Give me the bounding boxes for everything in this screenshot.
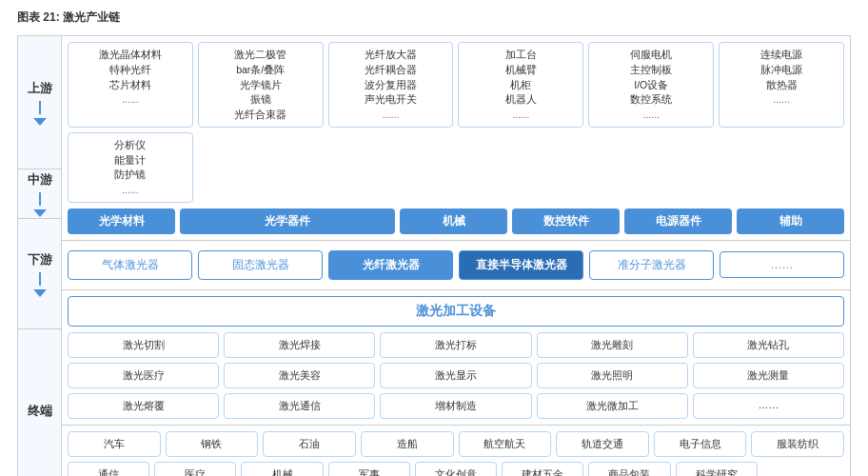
- terminal-aviation: 航空航天: [459, 431, 552, 457]
- chart-title: 图表 21: 激光产业链: [17, 10, 851, 26]
- arrow-down-1: [33, 118, 47, 126]
- downstream-micro: 激光微加工: [537, 393, 688, 419]
- arrow-line-3: [39, 272, 41, 286]
- terminal-culture: 文化创意: [415, 462, 497, 476]
- downstream-header: 激光加工设备: [68, 296, 844, 327]
- arrow-line-2: [39, 192, 41, 206]
- downstream-row-3: 激光熔覆 激光通信 增材制造 激光微加工 ……: [68, 393, 844, 419]
- downstream-additive: 增材制造: [380, 393, 531, 419]
- downstream-drilling: 激光钻孔: [693, 332, 844, 358]
- terminal-row-1: 汽车 钢铁 石油 造船 航空航天 轨道交通 电子信息 服装纺织: [68, 431, 844, 457]
- downstream-lighting: 激光照明: [537, 363, 688, 388]
- upstream-label: 上游: [28, 80, 52, 97]
- downstream-section: 激光加工设备 激光切割 激光焊接 激光打标 激光雕刻 激光钻孔 激光医疗 激光美…: [62, 290, 850, 426]
- arrow-down-2: [33, 209, 47, 217]
- midstream-diode: 直接半导体激光器: [459, 250, 583, 280]
- downstream-marking: 激光打标: [380, 332, 531, 358]
- upstream-box-5: 伺服电机主控制板I/O设备数控系统......: [588, 42, 714, 128]
- terminal-row-2: 通信 医疗 机械 军事 文化创意 建材五金 商品包装 科学研究: [68, 462, 844, 476]
- downstream-row3-dots: ……: [693, 393, 844, 419]
- upstream-top: 激光晶体材料特种光纤芯片材料...... 激光二极管bar条/叠阵光学镜片振镜光…: [68, 42, 844, 203]
- midstream-solid: 固态激光器: [198, 250, 323, 280]
- terminal-section: 汽车 钢铁 石油 造船 航空航天 轨道交通 电子信息 服装纺织 通信 医疗 机械…: [62, 426, 850, 476]
- left-labels: 上游 中游 下游 终端: [18, 36, 62, 476]
- terminal-label-cell: 终端: [18, 329, 61, 476]
- midstream-label-cell: 中游: [18, 169, 61, 219]
- midstream-fiber: 光纤激光器: [328, 250, 453, 280]
- upstream-label-optical-material: 光学材料: [68, 208, 175, 234]
- upstream-box-4: 加工台机械臂机柜机器人......: [458, 42, 583, 128]
- upstream-box-7: 分析仪能量计防护镜......: [68, 132, 193, 203]
- terminal-comm: 通信: [68, 462, 149, 476]
- upstream-section: 激光晶体材料特种光纤芯片材料...... 激光二极管bar条/叠阵光学镜片振镜光…: [62, 36, 850, 241]
- terminal-medical2: 医疗: [154, 462, 236, 476]
- downstream-welding: 激光焊接: [224, 332, 375, 358]
- terminal-auto: 汽车: [68, 431, 161, 457]
- upstream-bottom: 光学材料 光学器件 机械 数控软件 电源器件 辅助: [68, 208, 844, 234]
- downstream-medical: 激光医疗: [68, 363, 219, 388]
- arrow-line-1: [39, 101, 41, 114]
- upstream-box-6: 连续电源脉冲电源散热器......: [719, 42, 844, 128]
- midstream-section: 气体激光器 固态激光器 光纤激光器 直接半导体激光器 准分子激光器 ……: [62, 241, 850, 290]
- upstream-label-cell: 上游: [18, 36, 61, 169]
- terminal-electronics: 电子信息: [654, 431, 747, 457]
- downstream-row-1: 激光切割 激光焊接 激光打标 激光雕刻 激光钻孔: [68, 332, 844, 358]
- midstream-label: 中游: [28, 171, 52, 188]
- terminal-military: 军事: [328, 462, 410, 476]
- upstream-box-3: 光纤放大器光纤耦合器波分复用器声光电开关......: [328, 42, 454, 128]
- upstream-label-power: 电源器件: [624, 208, 732, 234]
- terminal-mech: 机械: [241, 462, 323, 476]
- upstream-box-2: 激光二极管bar条/叠阵光学镜片振镜光纤合束器: [198, 42, 324, 128]
- downstream-comm: 激光通信: [224, 393, 375, 419]
- upstream-label-auxiliary: 辅助: [737, 208, 844, 234]
- downstream-engraving: 激光雕刻: [537, 332, 688, 358]
- downstream-measuring: 激光测量: [693, 363, 844, 388]
- terminal-packaging: 商品包装: [588, 462, 670, 476]
- terminal-textile: 服装纺织: [751, 431, 844, 457]
- midstream-gas: 气体激光器: [68, 250, 192, 280]
- midstream-dots: ……: [720, 251, 844, 278]
- downstream-grid: 激光切割 激光焊接 激光打标 激光雕刻 激光钻孔 激光医疗 激光美容 激光显示 …: [68, 332, 844, 419]
- terminal-science: 科学研究: [676, 462, 758, 476]
- terminal-grid: 汽车 钢铁 石油 造船 航空航天 轨道交通 电子信息 服装纺织 通信 医疗 机械…: [68, 431, 844, 476]
- downstream-label: 下游: [28, 251, 52, 268]
- page-container: 图表 21: 激光产业链 上游 中游 下游 终端: [0, 0, 868, 476]
- terminal-building: 建材五金: [502, 462, 583, 476]
- terminal-steel: 钢铁: [166, 431, 259, 457]
- terminal-ship: 造船: [361, 431, 454, 457]
- main-grid: 上游 中游 下游 终端: [17, 35, 851, 476]
- downstream-cladding: 激光熔覆: [68, 393, 219, 419]
- downstream-cutting: 激光切割: [68, 332, 219, 358]
- downstream-display: 激光显示: [380, 363, 531, 388]
- downstream-label-cell: 下游: [18, 219, 61, 329]
- upstream-label-cnc: 数控软件: [512, 208, 620, 234]
- arrow-down-3: [33, 289, 47, 297]
- right-content: 激光晶体材料特种光纤芯片材料...... 激光二极管bar条/叠阵光学镜片振镜光…: [62, 36, 850, 476]
- terminal-rail: 轨道交通: [556, 431, 649, 457]
- upstream-label-mechanical: 机械: [400, 208, 507, 234]
- terminal-oil: 石油: [263, 431, 356, 457]
- downstream-row-2: 激光医疗 激光美容 激光显示 激光照明 激光测量: [68, 363, 844, 388]
- terminal-label: 终端: [28, 403, 52, 420]
- upstream-box-1: 激光晶体材料特种光纤芯片材料......: [68, 42, 193, 128]
- upstream-label-optical-parts: 光学器件: [180, 208, 395, 234]
- midstream-excimer: 准分子激光器: [589, 250, 714, 280]
- downstream-beauty: 激光美容: [224, 363, 375, 388]
